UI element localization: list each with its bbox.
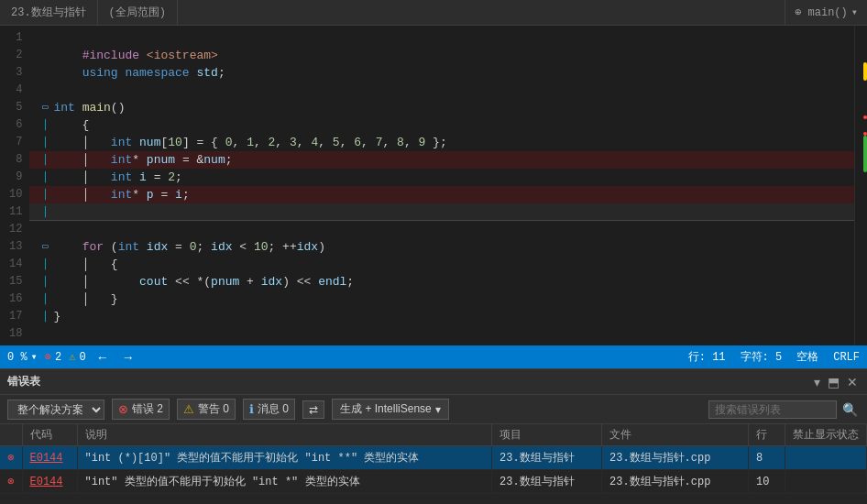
code-line-15: │ │ cout << *(pnum + idx) << endl; (29, 273, 854, 290)
indent-mode: 空格 (796, 349, 818, 365)
tab-scope[interactable]: (全局范围) (98, 0, 178, 25)
error-count-label: 错误 2 (132, 401, 163, 417)
panel-float-button[interactable]: ⬒ (826, 375, 841, 389)
col-header-project[interactable]: 项目 (492, 424, 602, 446)
error-row-file: 23.数组与指针.cpp (602, 446, 749, 470)
code-line-13: ▭ for (int idx = 0; idx < 10; ++idx) (29, 238, 854, 256)
error-panel-header: 错误表 ▾ ⬒ ✕ (0, 369, 867, 395)
chevron-down-icon: ▾ (851, 5, 858, 19)
gutter-17: │ (37, 308, 53, 325)
search-icon-button[interactable]: 🔍 (840, 402, 860, 417)
solution-dropdown[interactable]: 整个解决方案 (7, 400, 104, 420)
error-number: 2 (55, 351, 61, 364)
zoom-value: 0 % (7, 351, 27, 364)
error-row-desc: "int (*)[10]" 类型的值不能用于初始化 "int **" 类型的实体 (77, 446, 492, 470)
tab-main-func[interactable]: ⊕ main() ▾ (785, 0, 867, 25)
error-panel: 错误表 ▾ ⬒ ✕ 整个解决方案 ⊗ 错误 2 ⚠ 警告 0 ℹ 消息 0 ⇄ … (0, 368, 867, 504)
zoom-dropdown-icon: ▾ (31, 350, 38, 364)
gutter-6: │ (37, 116, 53, 134)
gutter-10: │ (37, 186, 53, 203)
chevron-down-icon2: ▾ (435, 403, 441, 416)
change-indicator-2 (863, 136, 867, 172)
gutter-13[interactable]: ▭ (37, 238, 53, 256)
error-row-icon: ⊗ (0, 446, 22, 470)
col-header-file[interactable]: 文件 (602, 424, 749, 446)
error-row-project: 23.数组与指针 (492, 446, 602, 470)
error-row-line: 10 (749, 470, 785, 494)
search-errors-input[interactable] (708, 400, 837, 419)
warning-triangle-icon2: ⚠ (183, 402, 194, 416)
code-line-17: │ } (29, 308, 854, 325)
col-header-icon[interactable] (0, 424, 22, 446)
panel-close-button[interactable]: ✕ (845, 375, 860, 389)
code-line-9: │ │ int i = 2; (29, 169, 854, 186)
col-header-code[interactable]: 代码 (22, 424, 77, 446)
warning-filter-button[interactable]: ⚠ 警告 0 (177, 399, 236, 420)
error-toolbar: 整个解决方案 ⊗ 错误 2 ⚠ 警告 0 ℹ 消息 0 ⇄ 生成 + Intel… (0, 395, 867, 424)
col-header-desc[interactable]: 说明 (77, 424, 492, 446)
code-editor[interactable]: #include <iostream> using namespace std;… (29, 26, 854, 345)
error-row-suppress (785, 446, 867, 470)
error-row-code: E0144 (22, 446, 77, 470)
status-bar: 0 % ▾ ⊗ 2 ⚠ 0 ← → 行: 11 字符: 5 空格 CRLF (0, 345, 867, 368)
filter-icon: ⇄ (309, 403, 318, 416)
build-dropdown-button[interactable]: 生成 + IntelliSense ▾ (332, 399, 449, 420)
code-line-4 (29, 82, 854, 99)
error-table-header: 代码 说明 项目 文件 行 禁止显示状态 (0, 424, 867, 446)
code-line-10: │ │ int* p = i; (29, 186, 854, 203)
gutter-11: │ (37, 203, 53, 221)
line-ending: CRLF (833, 351, 860, 364)
info-count-label: 消息 0 (258, 401, 289, 417)
code-line-6: │ { (29, 116, 854, 134)
code-line-1 (29, 29, 854, 47)
code-line-18 (29, 325, 854, 343)
zoom-control[interactable]: 0 % ▾ (7, 350, 38, 364)
nav-back-button[interactable]: ← (93, 350, 112, 365)
code-line-12 (29, 221, 854, 238)
error-row-line: 8 (749, 446, 785, 470)
error-indicator-1 (863, 115, 867, 119)
error-count[interactable]: ⊗ 2 (45, 350, 61, 364)
error-filter-button[interactable]: ⊗ 错误 2 (112, 399, 170, 420)
filter-icon-button[interactable]: ⇄ (302, 400, 324, 419)
error-row-file: 23.数组与指针.cpp (602, 470, 749, 494)
col-header-suppress[interactable]: 禁止显示状态 (785, 424, 867, 446)
code-line-7: │ │ int num[10] = { 0, 1, 2, 3, 4, 5, 6,… (29, 134, 854, 151)
error-row-suppress (785, 470, 867, 494)
change-indicator-1 (863, 62, 867, 81)
panel-pin-button[interactable]: ▾ (812, 375, 822, 389)
code-line-14: │ │ { (29, 256, 854, 273)
build-label: 生成 + IntelliSense (340, 401, 432, 417)
gutter-5[interactable]: ▭ (37, 99, 53, 116)
gutter-7: │ (37, 134, 53, 151)
code-line-2: #include <iostream> (29, 47, 854, 64)
nav-forward-button[interactable]: → (119, 350, 137, 365)
warning-count[interactable]: ⚠ 0 (69, 350, 85, 364)
col-header-line[interactable]: 行 (749, 424, 785, 446)
warning-count-label: 警告 0 (198, 401, 229, 417)
panel-controls: ▾ ⬒ ✕ (812, 375, 860, 389)
table-row[interactable]: ⊗ E0144 "int" 类型的值不能用于初始化 "int *" 类型的实体 … (0, 470, 867, 494)
error-row-code: E0144 (22, 470, 77, 494)
info-filter-button[interactable]: ℹ 消息 0 (243, 399, 295, 420)
code-line-16: │ │ } (29, 290, 854, 308)
gutter-16: │ (37, 290, 53, 308)
error-row-project: 23.数组与指针 (492, 470, 602, 494)
tab-filename[interactable]: 23.数组与指针 (0, 0, 98, 25)
tab-label-1: (全局范围) (109, 5, 166, 20)
tab-label-0: 23.数组与指针 (11, 5, 86, 20)
gutter-15: │ (37, 273, 53, 290)
line-numbers: 1 2 3 4 5 6 7 8 9 10 11 12 13 14 15 16 1… (0, 26, 29, 345)
scroll-bar[interactable] (854, 26, 867, 345)
status-right: 行: 11 字符: 5 空格 CRLF (688, 349, 860, 365)
error-x-icon: ⊗ (45, 350, 51, 364)
warning-triangle-icon: ⚠ (69, 350, 75, 364)
warning-number: 0 (80, 351, 86, 364)
error-row-icon: ⊗ (0, 470, 22, 494)
code-line-8: │ │ int* pnum = &num; (29, 151, 854, 169)
search-errors-area: 🔍 (708, 400, 860, 419)
error-panel-title: 错误表 (7, 374, 40, 389)
tab-label-2: ⊕ main() (795, 5, 848, 19)
error-table: 代码 说明 项目 文件 行 禁止显示状态 ⊗ E0144 "int (*)[10… (0, 424, 867, 504)
table-row[interactable]: ⊗ E0144 "int (*)[10]" 类型的值不能用于初始化 "int *… (0, 446, 867, 470)
